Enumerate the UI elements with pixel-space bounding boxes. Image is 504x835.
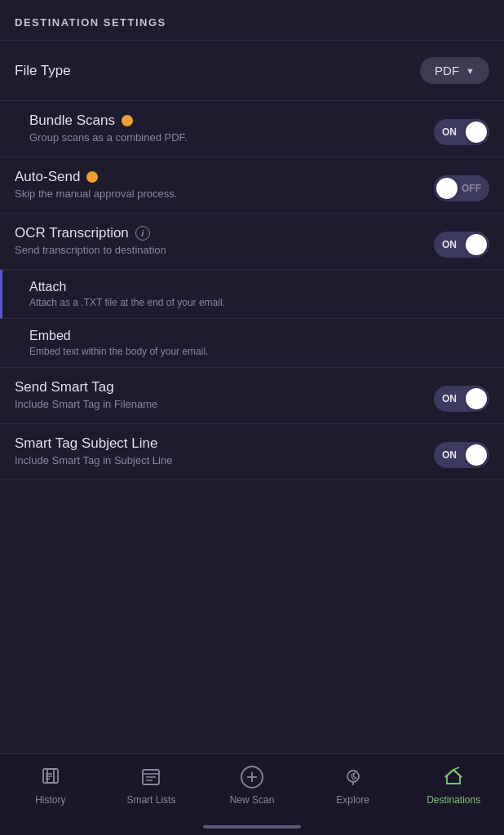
ocr-title: OCR Transcription [15, 225, 129, 241]
file-type-value: PDF [435, 64, 459, 77]
nav-item-destinations[interactable]: Destinations [421, 764, 486, 806]
ocr-subtitle: Send transcription to destination [15, 244, 434, 264]
chevron-down-icon: ▼ [466, 66, 475, 76]
smart-tag-subject-info: Smart Tag Subject Line Include Smart Tag… [15, 435, 434, 475]
smart-tag-subtitle: Include Smart Tag in Filename [15, 398, 434, 418]
file-type-row: File Type PDF ▼ [0, 41, 504, 101]
attach-row[interactable]: Attach Attach as a .TXT file at the end … [0, 270, 504, 319]
embed-row[interactable]: Embed Embed text within the body of your… [0, 319, 504, 368]
home-indicator [203, 825, 301, 828]
bundle-scans-row: Bundle Scans Group scans as a combined P… [0, 101, 504, 157]
ocr-toggle[interactable]: ON [434, 232, 489, 258]
auto-send-toggle[interactable]: OFF [434, 175, 489, 201]
new-scan-icon [239, 764, 265, 790]
bundle-scans-toggle-label: ON [442, 126, 457, 138]
destinations-icon [440, 764, 466, 790]
nav-item-smart-lists[interactable]: Smart Lists [118, 764, 183, 806]
svg-line-16 [453, 767, 459, 770]
auto-send-toggle-knob [436, 178, 458, 199]
embed-subtitle: Embed text within the body of your email… [29, 346, 489, 357]
bundle-scans-toggle[interactable]: ON [434, 119, 489, 145]
history-icon [38, 764, 64, 790]
ocr-info: OCR Transcription i Send transcription t… [15, 225, 434, 264]
history-label: History [35, 794, 65, 806]
auto-send-title: Auto-Send [15, 169, 80, 185]
file-type-button[interactable]: PDF ▼ [420, 57, 489, 84]
bundle-scans-info: Bundle Scans Group scans as a combined P… [29, 113, 434, 152]
smart-tag-row: Send Smart Tag Include Smart Tag in File… [0, 368, 504, 424]
explore-label: Explore [336, 794, 369, 806]
page-title: DESTINATION SETTINGS [0, 0, 504, 41]
nav-item-explore[interactable]: Explore [321, 764, 386, 806]
smart-tag-subject-toggle-knob [466, 444, 487, 466]
ocr-row: OCR Transcription i Send transcription t… [0, 214, 504, 270]
ocr-toggle-knob [466, 234, 487, 255]
auto-send-toggle-label: OFF [462, 183, 481, 194]
new-scan-label: New Scan [230, 794, 275, 806]
info-icon[interactable]: i [135, 226, 150, 241]
auto-send-info: Auto-Send Skip the manual approval proce… [15, 169, 434, 208]
smart-tag-toggle-label: ON [442, 393, 457, 404]
smart-tag-toggle[interactable]: ON [434, 386, 489, 412]
smart-tag-subject-title: Smart Tag Subject Line [15, 435, 157, 452]
bottom-nav: History Smart Lists New Scan [0, 753, 504, 835]
smart-tag-subject-toggle-label: ON [442, 449, 457, 461]
auto-send-row: Auto-Send Skip the manual approval proce… [0, 157, 504, 214]
bundle-scans-dot [122, 115, 133, 126]
nav-item-new-scan[interactable]: New Scan [219, 764, 285, 806]
bundle-scans-subtitle: Group scans as a combined PDF. [29, 131, 434, 152]
settings-list: File Type PDF ▼ Bundle Scans Group scans… [0, 41, 504, 729]
destinations-label: Destinations [427, 794, 480, 806]
smart-tag-subject-toggle[interactable]: ON [434, 442, 489, 468]
nav-item-history[interactable]: History [18, 764, 83, 806]
bundle-scans-title: Bundle Scans [29, 113, 115, 129]
embed-title: Embed [29, 329, 489, 343]
smart-tag-subject-subtitle: Include Smart Tag in Subject Line [15, 454, 434, 475]
bundle-scans-toggle-knob [466, 121, 487, 143]
smart-lists-icon [138, 764, 164, 790]
file-type-label: File Type [15, 63, 71, 79]
smart-tag-toggle-knob [466, 388, 487, 409]
attach-title: Attach [29, 280, 489, 294]
smart-tag-info: Send Smart Tag Include Smart Tag in File… [15, 379, 434, 418]
smart-tag-title: Send Smart Tag [15, 379, 114, 395]
attach-subtitle: Attach as a .TXT file at the end of your… [29, 297, 489, 308]
explore-icon [340, 764, 366, 790]
auto-send-subtitle: Skip the manual approval process. [15, 188, 434, 208]
smart-tag-subject-row: Smart Tag Subject Line Include Smart Tag… [0, 424, 504, 480]
smart-lists-label: Smart Lists [126, 794, 175, 806]
auto-send-dot [86, 171, 98, 183]
ocr-toggle-label: ON [442, 239, 457, 250]
